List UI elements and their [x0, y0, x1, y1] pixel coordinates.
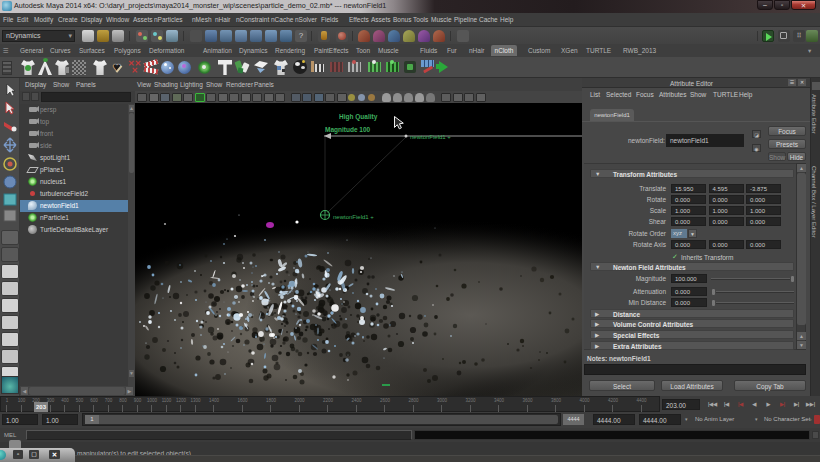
svg-text:High Quality: High Quality: [339, 113, 378, 121]
svg-text:newtonField1 +: newtonField1 +: [410, 134, 451, 140]
svg-text:Magnitude 100: Magnitude 100: [325, 126, 371, 134]
svg-text:newtonField1 +: newtonField1 +: [333, 214, 374, 220]
